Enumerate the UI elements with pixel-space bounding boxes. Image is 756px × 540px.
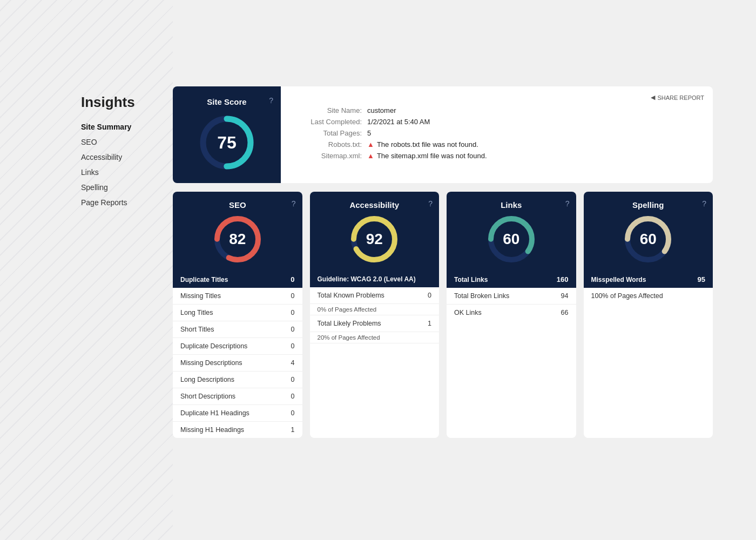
- site-score-donut: 75: [197, 113, 256, 172]
- metric-header-links: Links ? 60: [447, 192, 576, 271]
- metric-row-label: Long Descriptions: [180, 376, 234, 383]
- metric-footer-value-seo: 0: [291, 275, 294, 284]
- sitemap-label: Sitemap.xml:: [297, 152, 362, 160]
- metric-row-value: 0: [291, 309, 295, 316]
- robots-txt-row: Robots.txt: ▲ The robots.txt file was no…: [297, 140, 697, 148]
- robots-txt-label: Robots.txt:: [297, 140, 362, 148]
- last-completed-row: Last Completed: 1/2/2021 at 5:40 AM: [297, 118, 697, 126]
- metric-data-row: Short Descriptions 0: [173, 388, 302, 405]
- metric-title-links: Links: [501, 200, 522, 210]
- metric-row-value: 94: [561, 292, 569, 300]
- sidebar-item-seo[interactable]: SEO: [81, 137, 151, 147]
- total-pages-label: Total Pages:: [297, 129, 362, 137]
- metric-donut-spelling: 60: [624, 215, 672, 264]
- metric-row-value: 1: [291, 426, 295, 434]
- metric-footer-label-accessibility: Guideline: WCAG 2.0 (Level AA): [318, 275, 416, 283]
- metric-body-spelling: 100% of Pages Affected: [584, 288, 713, 438]
- metric-score-spelling: 60: [640, 231, 657, 248]
- metric-footer-value-links: 160: [557, 275, 569, 284]
- metric-row-value: 0: [291, 393, 295, 400]
- metric-footer-seo: Duplicate Titles 0: [173, 271, 302, 288]
- metric-row-value: 0: [428, 292, 431, 299]
- metric-score-links: 60: [503, 231, 519, 248]
- metric-data-row: Total Known Problems 0: [310, 287, 440, 304]
- site-score-question-icon[interactable]: ?: [269, 96, 273, 105]
- metric-data-row: Total Likely Problems 1: [310, 315, 440, 332]
- metric-footer-value-spelling: 95: [698, 275, 705, 284]
- metric-sub-row: 20% of Pages Affected: [310, 332, 440, 343]
- metric-data-row: Missing Descriptions 4: [173, 355, 302, 372]
- metric-row-label: Short Descriptions: [180, 393, 235, 400]
- share-report-label: SHARE REPORT: [657, 94, 704, 101]
- last-completed-value: 1/2/2021 at 5:40 AM: [367, 118, 430, 126]
- metric-data-row: Short Titles 0: [173, 321, 302, 338]
- metric-row-label: Short Titles: [180, 326, 214, 333]
- metric-body-seo: Missing Titles 0 Long Titles 0 Short Tit…: [173, 288, 302, 438]
- share-report-button[interactable]: ◀ SHARE REPORT: [651, 94, 704, 101]
- share-icon: ◀: [651, 94, 655, 101]
- metric-card-seo: SEO ? 82 Duplicate Titles 0 Missing Titl…: [173, 192, 302, 438]
- metric-row-value: 0: [291, 342, 295, 350]
- total-pages-value: 5: [367, 129, 371, 137]
- metric-question-icon-seo[interactable]: ?: [292, 199, 296, 208]
- metric-donut-accessibility: 92: [350, 215, 399, 264]
- metric-header-accessibility: Accessibility ? 92: [310, 192, 440, 271]
- metric-card-spelling: Spelling ? 60 Misspelled Words 95 100% o…: [584, 192, 713, 438]
- metric-row-value: 0: [291, 292, 295, 300]
- sidebar-nav: Site SummarySEOAccessibilityLinksSpellin…: [81, 122, 151, 208]
- sitemap-value: ▲ The sitemap.xml file was not found.: [367, 152, 487, 160]
- metric-row-value: 4: [291, 359, 295, 367]
- sidebar-item-accessibility[interactable]: Accessibility: [81, 152, 151, 163]
- metric-footer-label-links: Total Links: [454, 276, 488, 284]
- metric-row-value: 0: [291, 376, 295, 383]
- metric-row-label: Total Broken Links: [454, 292, 509, 300]
- metric-donut-seo: 82: [213, 215, 262, 264]
- metric-title-spelling: Spelling: [632, 200, 664, 210]
- metric-row-label: OK Links: [454, 309, 482, 316]
- sitemap-warning-icon: ▲: [367, 152, 374, 160]
- metric-row-label: 100% of Pages Affected: [591, 292, 663, 300]
- metric-title-accessibility: Accessibility: [349, 200, 399, 210]
- metric-row-value: 1: [428, 320, 431, 327]
- metric-data-row: Long Descriptions 0: [173, 372, 302, 388]
- main-content: Site Score ? 75 ◀ SHARE REPORT: [173, 86, 713, 438]
- metric-row-label: Duplicate H1 Headings: [180, 409, 249, 417]
- metric-row-label: Total Likely Problems: [318, 320, 381, 327]
- metric-data-row: OK Links 66: [447, 305, 576, 321]
- metric-footer-spelling: Misspelled Words 95: [584, 271, 713, 288]
- sidebar-item-links[interactable]: Links: [81, 167, 151, 178]
- robots-warning-icon: ▲: [367, 140, 374, 148]
- top-row: Site Score ? 75 ◀ SHARE REPORT: [173, 86, 713, 183]
- metric-sub-row: 0% of Pages Affected: [310, 304, 440, 315]
- sidebar-item-site-summary[interactable]: Site Summary: [81, 122, 151, 132]
- metric-data-row: Missing H1 Headings 1: [173, 422, 302, 438]
- metric-row-label: Long Titles: [180, 309, 213, 316]
- metric-data-row: Duplicate H1 Headings 0: [173, 405, 302, 422]
- metric-question-icon-links[interactable]: ?: [565, 199, 570, 208]
- total-pages-row: Total Pages: 5: [297, 129, 697, 137]
- metric-row-label: Missing Descriptions: [180, 359, 242, 367]
- metric-data-row: Total Broken Links 94: [447, 288, 576, 305]
- site-score-title: Site Score: [207, 97, 246, 106]
- metric-body-accessibility: Total Known Problems 0 0% of Pages Affec…: [310, 287, 440, 438]
- metric-score-accessibility: 92: [366, 231, 383, 248]
- site-info-card: ◀ SHARE REPORT Site Name: customer Last …: [281, 86, 713, 183]
- sidebar-item-page-reports[interactable]: Page Reports: [81, 197, 151, 208]
- metric-row-label: Missing H1 Headings: [180, 426, 244, 434]
- site-name-value: customer: [367, 106, 396, 114]
- metric-row-label: Duplicate Descriptions: [180, 342, 247, 350]
- metric-footer-label-seo: Duplicate Titles: [180, 276, 228, 284]
- site-name-label: Site Name:: [297, 106, 362, 114]
- metric-footer-label-spelling: Misspelled Words: [591, 276, 646, 284]
- sitemap-row: Sitemap.xml: ▲ The sitemap.xml file was …: [297, 152, 697, 160]
- metric-data-row: 100% of Pages Affected: [584, 288, 713, 304]
- metric-question-icon-spelling[interactable]: ?: [702, 199, 706, 208]
- metric-question-icon-accessibility[interactable]: ?: [428, 199, 433, 208]
- metric-score-seo: 82: [229, 231, 246, 248]
- sidebar-item-spelling[interactable]: Spelling: [81, 182, 151, 193]
- metric-title-seo: SEO: [229, 200, 246, 210]
- site-score-card: Site Score ? 75: [173, 86, 281, 183]
- metric-data-row: Missing Titles 0: [173, 288, 302, 305]
- site-name-row: Site Name: customer: [297, 106, 697, 114]
- metric-row-label: Total Known Problems: [318, 292, 384, 299]
